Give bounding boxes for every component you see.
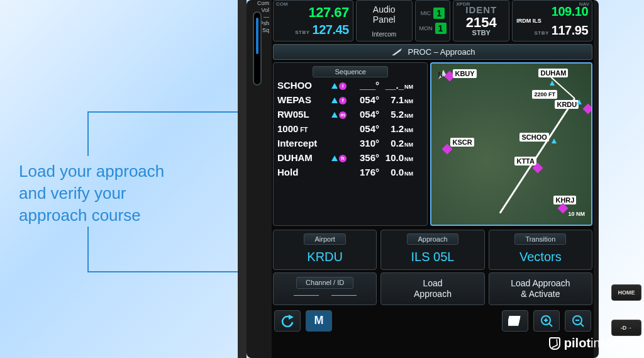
mic-mon-box[interactable]: MIC 1 MON 1 — [415, 0, 450, 42]
mon-selection: 1 — [435, 23, 447, 34]
xpdr-box[interactable]: XPDR IDENT 2154 STBY — [453, 0, 509, 42]
sequence-panel[interactable]: Sequence SCHOOi___°__._NMWEPASf054°7.1NM… — [273, 62, 428, 226]
com-standby-freq: 127.45 — [313, 23, 349, 36]
com-freq-box[interactable]: COM 127.67 STBY 127.45 — [273, 0, 353, 42]
fix-type-icon: i — [339, 82, 347, 90]
sequence-item[interactable]: Intercept310°0.2NM — [277, 138, 423, 148]
nav-standby-freq: 117.95 — [552, 24, 588, 36]
fix-type-icon: m — [339, 111, 347, 119]
map-wp-khrj — [557, 204, 569, 214]
load-approach-button[interactable]: Load Approach — [380, 272, 484, 305]
map-alt-tag: 2200 FT — [532, 90, 557, 99]
svg-rect-5 — [508, 316, 521, 325]
nav-active-freq: 109.10 — [552, 5, 588, 18]
channel-id-field[interactable]: Channel / ID — [273, 272, 377, 305]
mic-selection: 1 — [433, 8, 445, 19]
avionics-device: Com Vol — Psh Sq COM 127.67 STBY 127.45 … — [247, 0, 599, 358]
approach-icon — [391, 48, 403, 57]
home-button[interactable]: HOME — [611, 284, 641, 301]
flyover-icon — [331, 98, 338, 103]
map-wp-duham — [548, 79, 557, 87]
sequence-item[interactable]: Hold176°0.0NM — [277, 167, 423, 177]
svg-marker-3 — [289, 315, 294, 320]
direct-to-button[interactable]: -D→ — [611, 320, 641, 336]
brand-logo: pilotinstitute — [549, 336, 634, 350]
annotation-text: Load your approach and verify your appro… — [19, 160, 195, 227]
map-m-icon[interactable]: M — [306, 310, 332, 332]
svg-line-11 — [580, 323, 584, 327]
flyover-icon — [331, 83, 338, 89]
audio-panel-button[interactable]: Audio Panel Intercom — [356, 0, 413, 42]
nav-freq-box[interactable]: NAV 109.10 IRDM ILS STBY 117.95 — [512, 0, 592, 42]
flyover-icon — [331, 112, 338, 118]
back-arrow-icon[interactable] — [274, 310, 301, 332]
map-panel[interactable]: N KBUY DUHAM 2200 FT KRDU SCHOO KSCR KTT… — [430, 62, 592, 226]
sequence-item[interactable]: SCHOOi___°__._NM — [277, 80, 423, 91]
top-status-row: COM 127.67 STBY 127.45 Audio Panel Inter… — [272, 0, 594, 42]
shield-icon — [549, 337, 560, 350]
airport-value: KRDU — [277, 250, 372, 264]
flyover-icon — [331, 155, 338, 161]
xpdr-code: 2154 — [466, 16, 497, 30]
volume-knob[interactable] — [253, 11, 262, 86]
zoom-out-icon[interactable] — [565, 310, 591, 332]
zoom-in-icon[interactable] — [533, 310, 560, 332]
sequence-item[interactable]: DUHAMh356°10.0NM — [277, 152, 423, 163]
sequence-header: Sequence — [313, 66, 388, 77]
sequence-item[interactable]: 1000 FT054°1.2NM — [277, 123, 423, 134]
map-wp-kscr — [441, 145, 453, 155]
bottom-icon-bar: M — [272, 308, 594, 332]
mfd-screen: COM 127.67 STBY 127.45 Audio Panel Inter… — [272, 0, 594, 358]
load-activate-button[interactable]: Load Approach & Activate — [489, 272, 592, 305]
sequence-item[interactable]: RW05Lm054°5.2NM — [277, 109, 423, 120]
airport-selector[interactable]: Airport KRDU — [273, 230, 377, 270]
chart-icon[interactable] — [502, 310, 528, 332]
fix-type-icon: f — [339, 97, 347, 104]
transition-value: Vectors — [493, 250, 588, 264]
map-wp-schoo — [550, 137, 558, 145]
map-scale-label: 10 NM — [568, 211, 585, 217]
svg-line-7 — [549, 323, 552, 327]
approach-selector[interactable]: Approach ILS 05L — [380, 230, 484, 270]
fix-type-icon: h — [339, 155, 347, 162]
approach-value: ILS 05L — [385, 250, 480, 264]
map-wp-ktta — [532, 164, 543, 174]
transition-selector[interactable]: Transition Vectors — [489, 230, 592, 270]
com-active-freq: 127.67 — [308, 6, 348, 20]
sequence-item[interactable]: WEPASf054°7.1NM — [277, 94, 423, 105]
page-title-bar: PROC – Approach — [273, 44, 592, 60]
